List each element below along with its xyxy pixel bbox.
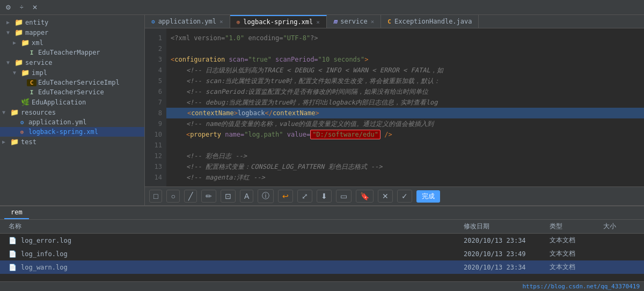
tree-item-mapper[interactable]: ▼ 📁 mapper: [0, 27, 144, 38]
line-num-6: 6: [151, 86, 162, 97]
editor-area: ⚙ application.yml × ⊕ logback-spring.xml…: [145, 15, 644, 205]
line-num-12: 12: [151, 151, 162, 161]
file-name-log-info: log_info.log: [21, 250, 464, 258]
tree-item-EduTeacherMapper[interactable]: I EduTeacherMapper: [0, 48, 144, 57]
settings-btn[interactable]: ⚙: [2, 3, 14, 12]
tab-exception[interactable]: C ExceptionHandle.java: [381, 15, 479, 28]
tree-item-EduTeacherService[interactable]: I EduTeacherService: [0, 87, 144, 97]
annot-download-btn[interactable]: ⬇: [317, 190, 332, 203]
annot-pencil-btn[interactable]: ✏: [201, 190, 216, 203]
tree-arrow-entity: ▶: [6, 19, 14, 25]
annot-line-btn[interactable]: ╱: [184, 190, 197, 203]
tree-item-service[interactable]: ▼ 📁 service: [0, 57, 144, 68]
tag-config: configuration: [174, 56, 225, 63]
tree-label-mapper: mapper: [25, 29, 48, 36]
status-link[interactable]: https://blog.csdn.net/qq_43370419: [522, 283, 640, 290]
tab-close-yml[interactable]: ×: [219, 18, 223, 25]
tab-close-service[interactable]: ×: [371, 18, 375, 25]
annot-undo-btn[interactable]: ↩: [278, 190, 293, 203]
tree-arrow-service: ▼: [6, 59, 14, 65]
tab-icon-c: C: [387, 18, 391, 25]
tab-close-xml[interactable]: ×: [316, 19, 320, 26]
annot-bookmark-btn[interactable]: 🔖: [356, 190, 374, 203]
tree-item-test[interactable]: ▶ 📁 test: [0, 137, 144, 147]
file-icon-log-info: 📄: [9, 250, 17, 258]
col-header-name: 名称: [9, 222, 464, 231]
tree-item-EduApplication[interactable]: 🌿 EduApplication: [0, 97, 144, 107]
tab-application-yml[interactable]: ⚙ application.yml ×: [145, 15, 230, 28]
comment-13: <!-- 配置格式变量：CONSOLE_LOG_PATTERN 彩色日志格式 -…: [171, 163, 382, 170]
tree-label-EduTeacherServiceImpl: EduTeacherServiceImpl: [38, 79, 120, 86]
tree-label-EduApplication: EduApplication: [32, 99, 86, 106]
editor-tabs: ⚙ application.yml × ⊕ logback-spring.xml…: [145, 15, 644, 28]
code-line-3: <configuration scan="true" scanPeriod="1…: [166, 54, 644, 65]
code-line-12: <!-- 彩色日志 -->: [166, 151, 644, 161]
folder-icon-entity: 📁: [14, 18, 24, 26]
code-line-6: <!-- scanPeriod:设置监配置文件是否有修改的时间间隔，如果没有给出…: [166, 86, 644, 97]
tree-label-xml: xml: [32, 39, 43, 47]
java-i-icon-mapper: I: [27, 49, 36, 56]
tree-label-service: service: [25, 59, 53, 66]
bottom-panel: rem 名称 修改日期 类型 大小 📄 log_error.log 2020/1…: [0, 205, 644, 291]
tree-arrow-xml: ▶: [13, 40, 20, 46]
tab-logback-xml[interactable]: ⊕ logback-spring.xml ×: [230, 15, 327, 28]
annot-info-btn[interactable]: ⓘ: [258, 189, 274, 203]
tree-item-xml[interactable]: ▶ 📁 xml: [0, 38, 144, 48]
name-val: "log.path": [244, 131, 283, 138]
file-date-log-info: 2020/10/13 23:49: [464, 250, 550, 258]
tree-label-logback-xml: logback-spring.xml: [28, 128, 98, 136]
line-num-1: 1: [151, 33, 162, 43]
file-icon-log-warn: 📄: [9, 264, 17, 271]
annot-text-btn[interactable]: A: [240, 190, 253, 203]
col-header-date: 修改日期: [464, 222, 550, 231]
file-manager-table: 名称 修改日期 类型 大小 📄 log_error.log 2020/10/13…: [0, 220, 644, 281]
bottom-panel-tabs: rem: [0, 206, 644, 220]
line-num-2: 2: [151, 43, 162, 54]
annot-done-btn[interactable]: 完成: [416, 190, 440, 203]
annot-circle-btn[interactable]: ○: [166, 190, 179, 203]
context-name-tag: <contextName>logback</contextName>: [186, 109, 320, 117]
tree-item-impl[interactable]: ▼ 📁 impl: [0, 68, 144, 78]
annot-check-btn[interactable]: ✓: [397, 190, 412, 203]
comment-5: <!-- scan:当此属性设置为true时，配置文件如果发生改变，将会被重新加…: [171, 77, 440, 85]
line-numbers: 1 2 3 4 5 6 7 8 9 10 11 12 13 14: [145, 28, 166, 186]
tree-item-application-yml[interactable]: ⚙ application.yml: [0, 117, 144, 127]
code-line-2: [166, 43, 644, 54]
tree-item-entity[interactable]: ▶ 📁 entity: [0, 17, 144, 27]
tab-icon-yml: ⚙: [151, 18, 155, 25]
tree-item-resources[interactable]: ▼ 📁 resources: [0, 107, 144, 117]
tag-property: property: [190, 131, 221, 138]
file-table-header: 名称 修改日期 类型 大小: [0, 220, 644, 234]
tree-item-EduTeacherServiceImpl[interactable]: C EduTeacherServiceImpl: [0, 78, 144, 87]
tab-service[interactable]: m service ×: [327, 15, 381, 28]
tree-arrow-mapper: ▼: [6, 29, 14, 35]
comment-6: <!-- scanPeriod:设置监配置文件是否有修改的时间间隔，如果没有给出…: [171, 88, 429, 95]
close-btn[interactable]: ✕: [29, 3, 41, 12]
code-line-1: <?xml version="1.0" encoding="UTF-8"?>: [166, 33, 644, 43]
split-btn[interactable]: ÷: [17, 3, 27, 12]
file-type-log-info: 文本文档: [550, 249, 603, 258]
tree-label-impl: impl: [32, 69, 47, 77]
annot-crop-btn[interactable]: ▭: [336, 190, 352, 203]
editor-content[interactable]: 1 2 3 4 5 6 7 8 9 10 11 12 13 14: [145, 28, 644, 186]
attr-scan: scan=: [229, 56, 248, 63]
tab-label-application-yml: application.yml: [158, 18, 216, 25]
file-row-log-warn[interactable]: 📄 log_warn.log 2020/10/13 23:34 文本文档: [0, 260, 644, 274]
annot-expand-btn[interactable]: ⤢: [297, 190, 312, 203]
file-row-log-info[interactable]: 📄 log_info.log 2020/10/13 23:49 文本文档: [0, 247, 644, 260]
xml-end: ?>: [310, 34, 318, 42]
annot-close-btn[interactable]: ✕: [378, 190, 393, 203]
annot-rect-btn[interactable]: □: [149, 190, 162, 203]
tree-arrow-test: ▶: [2, 139, 10, 145]
bp-tab-rem[interactable]: rem: [4, 206, 29, 219]
code-line-13: <!-- 配置格式变量：CONSOLE_LOG_PATTERN 彩色日志格式 -…: [166, 161, 644, 172]
tree-item-logback-xml[interactable]: ⊕ logback-spring.xml: [0, 127, 144, 137]
tab-label-exception: ExceptionHandle.java: [394, 18, 472, 25]
file-row-log-error[interactable]: 📄 log_error.log 2020/10/13 23:34 文本文档: [0, 234, 644, 247]
line-num-10: 10: [151, 129, 162, 140]
xml-decl: <?xml version=: [171, 34, 225, 42]
annot-box-btn[interactable]: ⊡: [221, 190, 236, 203]
file-tree-sidebar: ▶ 📁 entity ▼ 📁 mapper ▶ 📁 xml: [0, 15, 145, 205]
tab-label-service: service: [340, 18, 368, 25]
line-num-8: 8: [151, 108, 162, 118]
